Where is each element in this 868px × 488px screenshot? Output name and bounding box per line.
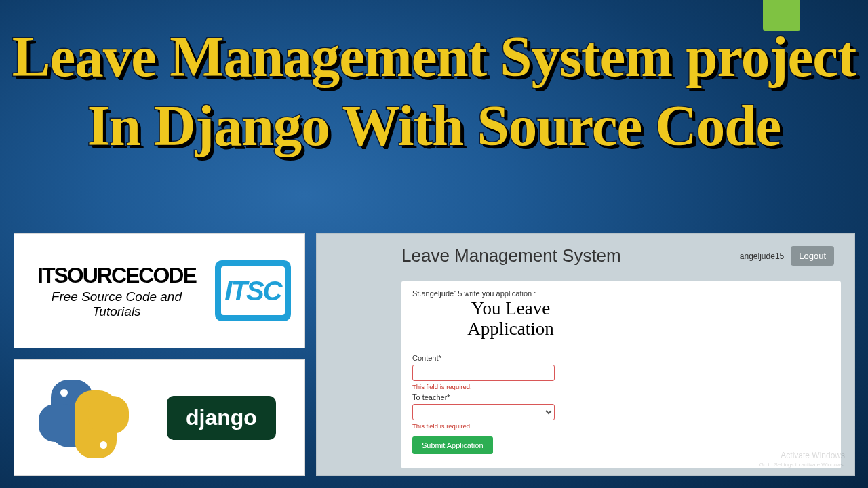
content-label: Content* [412,354,555,362]
django-badge: django [167,396,276,440]
username-label: angeljude15 [740,251,784,261]
bottom-row: ITSOURCECODE Free Source Code and Tutori… [14,233,855,476]
teacher-select[interactable]: --------- [412,404,555,420]
slide-title-line2: In Django With Source Code [0,91,868,160]
slide-title: Leave Management System project In Djang… [0,22,868,160]
watermark-line1: Activate Windows [760,451,845,462]
app-user-area: angeljude15 Logout [740,246,834,266]
app-title: Leave Management System [401,246,621,266]
app-header: Leave Management System angeljude15 Logo… [401,246,841,266]
teacher-label: To teacher* [412,393,555,401]
app-screenshot: Leave Management System angeljude15 Logo… [316,233,855,476]
field-teacher: To teacher* --------- This field is requ… [412,393,555,430]
app-body: St.angeljude15 write you application : Y… [401,281,841,468]
brand-badge-text: ITSC [221,266,285,315]
teacher-error: This field is required. [412,422,555,430]
submit-button[interactable]: Submit Application [412,436,493,454]
form-prompt: St.angeljude15 write you application : [412,289,830,298]
windows-watermark: Activate Windows Go to Settings to activ… [760,451,845,468]
field-content: Content* This field is required. [412,354,555,390]
brand-tagline: Free Source Code and Tutorials [28,289,205,319]
brand-card: ITSOURCECODE Free Source Code and Tutori… [14,233,305,348]
brand-badge-icon: ITSC [215,260,291,321]
brand-text-block: ITSOURCECODE Free Source Code and Tutori… [28,263,205,319]
python-logo-icon [41,377,119,458]
slide-title-line1: Leave Management System project [0,22,868,91]
content-input[interactable] [412,365,555,381]
tech-card: django [14,359,305,476]
content-error: This field is required. [412,383,555,390]
form-heading: You Leave Application [433,299,589,339]
brand-name: ITSOURCECODE [28,263,205,288]
watermark-line2: Go to Settings to activate Windows. [760,462,845,468]
logout-button[interactable]: Logout [791,246,834,266]
left-column: ITSOURCECODE Free Source Code and Tutori… [14,233,305,476]
